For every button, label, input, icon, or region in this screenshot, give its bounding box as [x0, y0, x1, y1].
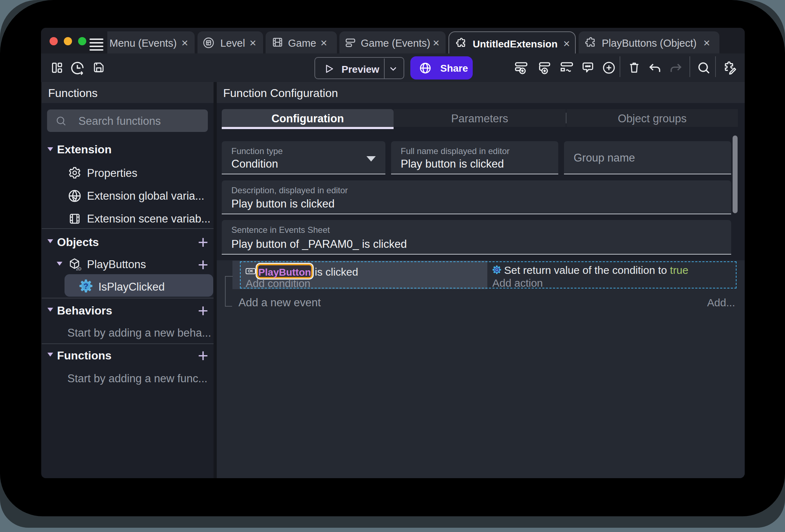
svg-text:?: ? — [83, 281, 88, 291]
svg-text:2D: 2D — [76, 266, 81, 271]
svg-text:G: G — [495, 267, 498, 272]
